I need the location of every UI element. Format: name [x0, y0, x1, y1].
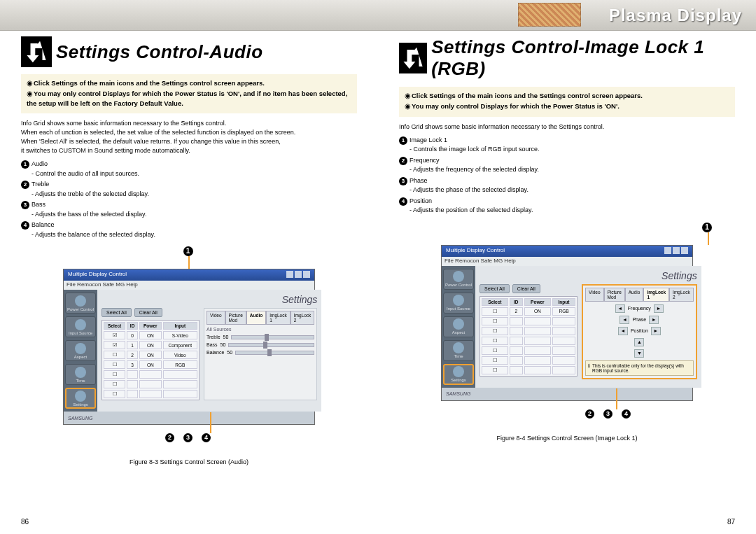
figure-caption-left: Figure 8-3 Settings Control Screen (Audi…	[130, 458, 248, 465]
sidebar-input[interactable]: Input Source	[443, 293, 474, 314]
callout-2: 2	[165, 433, 174, 442]
window-controls[interactable]	[663, 247, 688, 255]
page-left: Settings Control-Audio ◉Click Settings o…	[0, 31, 378, 534]
control-frequency[interactable]: ◄Frequency►	[585, 304, 694, 313]
window-controls[interactable]	[285, 271, 310, 279]
slider-treble[interactable]: Treble50	[206, 335, 314, 339]
grid-note-right: Info Grid shows some basic information n…	[399, 122, 735, 132]
sidebar-power[interactable]: Power Control	[443, 269, 474, 290]
section-heading-right: Settings Control-Image Lock 1 (RGB)	[431, 36, 735, 80]
sidebar-settings[interactable]: Settings	[443, 364, 474, 385]
clear-all-button[interactable]: Clear All	[512, 284, 540, 293]
control-phase[interactable]: ◄Phase►	[585, 316, 694, 324]
callout-3: 3	[183, 433, 192, 442]
page-number-left: 86	[21, 518, 29, 526]
screenshot-imglock: Multiple Display Control File Remocon Sa…	[441, 245, 693, 401]
callout-1: 1	[702, 223, 712, 232]
tabs[interactable]: Video Picture Mod Audio ImgLock 1 ImgLoc…	[585, 288, 694, 302]
callout-2: 2	[585, 409, 594, 419]
clear-all-button[interactable]: Clear All	[134, 308, 162, 317]
note-box-right: ◉Click Settings of the main icons and th…	[399, 87, 735, 117]
table-row: ☑1ONComponent	[104, 341, 197, 349]
sidebar: Power Control Input Source Aspect Time S…	[64, 290, 97, 412]
note-box-left: ◉Click Settings of the main icons and th…	[21, 74, 357, 113]
callout-1: 1	[183, 246, 193, 256]
window-title: Multiple Display Control	[446, 247, 505, 255]
slider-balance[interactable]: Balance50	[206, 350, 314, 355]
select-all-button[interactable]: Select All	[479, 284, 510, 293]
grid-note-left: Info Grid shows some basic information n…	[21, 119, 357, 155]
definition-list-left: 1Audio- Control the audio of all input s…	[21, 160, 357, 241]
sidebar-time[interactable]: Time	[443, 340, 474, 361]
callout-3: 3	[603, 409, 612, 419]
section-heading-left: Settings Control-Audio	[56, 41, 263, 63]
sidebar-power[interactable]: Power Control	[65, 293, 96, 314]
table-row: ☐3ONRGB	[104, 360, 197, 369]
sidebar-aspect[interactable]: Aspect	[65, 340, 96, 361]
info-grid[interactable]: SelectIDPowerInput ☐2ONRGB ☐ ☐ ☐ ☐ ☐ ☐	[479, 296, 578, 377]
screenshot-audio: Multiple Display Control File Remocon Sa…	[63, 269, 315, 425]
definition-list-right: 1Image Lock 1- Controls the image lock o…	[399, 136, 735, 217]
table-row: ☐2ONVideo	[104, 351, 197, 359]
banner-title: Plasma Display	[609, 6, 742, 25]
menubar[interactable]: File Remocon Safe MG Help	[442, 257, 692, 266]
table-row: ☐2ONRGB	[482, 307, 575, 316]
settings-label: Settings	[479, 270, 697, 281]
diagram-left: 1 Multiple Display Control File Remocon …	[21, 246, 357, 526]
control-position[interactable]: ◄Position►	[585, 327, 694, 335]
sidebar-time[interactable]: Time	[65, 364, 96, 385]
top-banner: Plasma Display	[0, 0, 756, 31]
section-icon	[21, 36, 52, 67]
page-number-right: 87	[727, 518, 735, 526]
info-message: ℹThis is controllable only for the displ…	[585, 360, 694, 376]
sidebar-settings[interactable]: Settings	[65, 388, 96, 409]
sidebar-aspect[interactable]: Aspect	[443, 316, 474, 337]
source-label: All Sources	[206, 327, 314, 332]
figure-caption-right: Figure 8-4 Settings Control Screen (Imag…	[496, 435, 637, 442]
callout-4: 4	[202, 433, 211, 442]
banner-decoration	[518, 3, 581, 27]
table-row: ☑0ONS-Video	[104, 331, 197, 339]
settings-label: Settings	[102, 294, 317, 305]
page-right: Settings Control-Image Lock 1 (RGB) ◉Cli…	[378, 31, 756, 534]
menubar[interactable]: File Remocon Safe MG Help	[64, 281, 314, 290]
slider-bass[interactable]: Bass50	[206, 342, 314, 347]
section-icon	[399, 43, 427, 73]
tabs[interactable]: Video Picture Mod Audio ImgLock 1 ImgLoc…	[206, 311, 314, 325]
diagram-right: 1 Multiple Display Control File Remocon …	[399, 223, 735, 526]
info-grid[interactable]: SelectIDPowerInput ☑0ONS-Video ☑1ONCompo…	[102, 320, 200, 400]
sidebar: Power Control Input Source Aspect Time S…	[442, 266, 475, 388]
sidebar-input[interactable]: Input Source	[65, 316, 96, 337]
callout-4: 4	[622, 409, 631, 419]
window-title: Multiple Display Control	[68, 271, 127, 279]
select-all-button[interactable]: Select All	[102, 308, 132, 317]
